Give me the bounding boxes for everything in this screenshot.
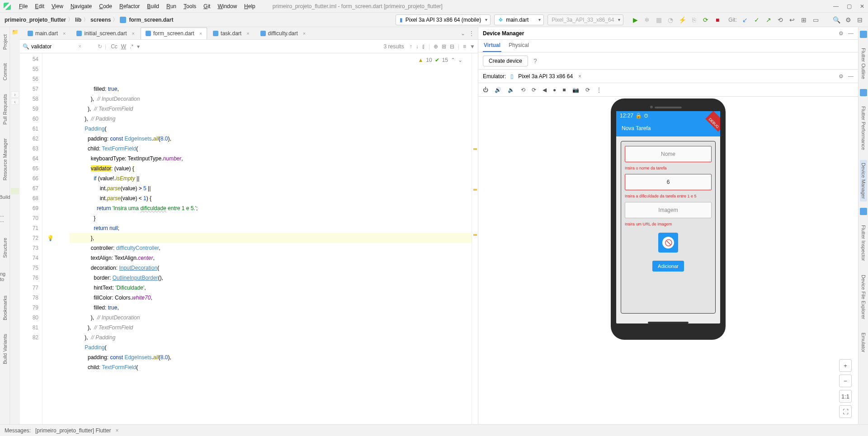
- close-tab-icon[interactable]: ×: [132, 31, 135, 36]
- maximize-icon[interactable]: ▢: [847, 3, 852, 9]
- power-icon[interactable]: ⏻: [483, 87, 488, 93]
- difficulty-field[interactable]: 6: [625, 174, 712, 190]
- sync-icon[interactable]: ⊟: [856, 16, 863, 23]
- search-input[interactable]: [31, 43, 76, 50]
- menu-tools[interactable]: Tools: [180, 2, 200, 10]
- run-icon[interactable]: ▶: [632, 16, 639, 23]
- add-selection-icon[interactable]: ⊕: [434, 43, 438, 50]
- menu-edit[interactable]: Edit: [31, 2, 48, 10]
- menu-git[interactable]: Git: [200, 2, 214, 10]
- messages-close-icon[interactable]: ×: [115, 427, 118, 434]
- attach-icon[interactable]: ⎘: [690, 16, 698, 23]
- create-device-button[interactable]: Create device: [483, 56, 528, 66]
- nav-pill[interactable]: [648, 322, 689, 323]
- volume-down-icon[interactable]: 🔉: [508, 87, 514, 93]
- tool-flutter-inspector[interactable]: Flutter Inspector: [861, 221, 866, 264]
- tab-virtual[interactable]: Virtual: [483, 40, 501, 52]
- panel-settings-icon[interactable]: ⚙: [839, 30, 844, 37]
- search-history-icon[interactable]: ↻: [98, 43, 102, 50]
- file-tab[interactable]: main.dart×: [23, 28, 71, 39]
- breadcrumb-folder[interactable]: screens: [90, 17, 111, 23]
- git-rollback-icon[interactable]: ↩: [788, 16, 796, 23]
- zoom-out-button[interactable]: −: [839, 375, 852, 387]
- prev-match-icon[interactable]: ↑: [410, 43, 412, 50]
- add-button[interactable]: Adicionar: [652, 261, 684, 272]
- file-tab[interactable]: initial_screen.dart×: [71, 28, 140, 39]
- code-content[interactable]: ▲10 ✔15 ⌃ ⌄ filled: true, ), // InputDec…: [70, 53, 472, 424]
- emulator-minimize-icon[interactable]: —: [848, 73, 854, 80]
- tool-commit[interactable]: Commit: [2, 60, 8, 84]
- phone-screen[interactable]: 12:27 🔒 ⊙ ▾▮ Nova Tarefa DEBUG Nome Insi…: [616, 111, 720, 323]
- toolbox-icon[interactable]: ⊞: [800, 16, 807, 23]
- run-config-dropdown[interactable]: ❖ main.dart: [494, 14, 544, 25]
- overview-icon[interactable]: ■: [562, 87, 566, 93]
- ok-count[interactable]: 15: [442, 55, 448, 65]
- close-tab-icon[interactable]: ×: [199, 31, 202, 36]
- breadcrumb-folder[interactable]: lib: [75, 17, 81, 23]
- tool-project[interactable]: Project: [2, 31, 8, 53]
- zoom-in-button[interactable]: +: [839, 359, 852, 372]
- annot-up-icon[interactable]: ⌃: [451, 55, 455, 65]
- tool-device-manager[interactable]: Device Manager: [861, 163, 866, 199]
- record-icon[interactable]: ⟳: [585, 87, 590, 93]
- tool-pull-requests[interactable]: Pull Requests: [2, 90, 8, 128]
- tab-physical[interactable]: Physical: [508, 40, 530, 52]
- menu-navigate[interactable]: Navigate: [67, 2, 95, 10]
- filter-icon[interactable]: ▼: [470, 43, 475, 50]
- remove-selection-icon[interactable]: ⊟: [450, 43, 454, 50]
- folder-icon[interactable]: 📁: [12, 29, 19, 35]
- close-tab-icon[interactable]: ×: [63, 31, 66, 36]
- back-icon[interactable]: ◀: [542, 87, 547, 93]
- volume-up-icon[interactable]: 🔊: [495, 87, 501, 93]
- close-tab-icon[interactable]: ×: [246, 31, 249, 36]
- settings-icon[interactable]: ⚙: [844, 16, 852, 23]
- more-options-icon[interactable]: ⋮: [596, 87, 602, 93]
- close-window-icon[interactable]: ✕: [860, 3, 864, 9]
- tool-emulator[interactable]: Emulator: [861, 329, 866, 356]
- tool-build[interactable]: Build: [0, 191, 10, 203]
- stop-icon[interactable]: ■: [714, 16, 721, 23]
- breadcrumb[interactable]: primeiro_projeto_flutter 〉 lib 〉 screens…: [5, 16, 173, 23]
- menu-code[interactable]: Code: [95, 2, 116, 10]
- zoom-fit-button[interactable]: ⛶: [839, 405, 852, 418]
- zoom-11-button[interactable]: 1:1: [839, 390, 852, 403]
- next-match-icon[interactable]: ↓: [416, 43, 419, 50]
- device-target-dropdown[interactable]: ▮ Pixel 3a API 33 x86 64 (mobile): [396, 14, 491, 25]
- file-tab[interactable]: difficulty.dart×: [255, 28, 311, 39]
- breadcrumb-file[interactable]: form_screen.dart: [129, 17, 173, 23]
- toggle-split-icon[interactable]: ⫿: [422, 43, 425, 50]
- screenshot-icon[interactable]: 📷: [572, 87, 579, 93]
- intention-bulb-icon[interactable]: 💡: [47, 233, 54, 243]
- messages-label[interactable]: Messages:: [5, 427, 31, 434]
- coverage-icon[interactable]: ▦: [655, 16, 662, 23]
- tool-structure[interactable]: Structure: [2, 234, 8, 262]
- panel-minimize-icon[interactable]: —: [848, 30, 854, 37]
- filter-dropdown-icon[interactable]: ▾: [137, 43, 140, 50]
- menu-help[interactable]: Help: [241, 2, 259, 10]
- hot-reload-icon[interactable]: ⚡: [679, 16, 686, 23]
- tool-flutter-outline[interactable]: Flutter Outline: [861, 44, 866, 83]
- rotate-right-icon[interactable]: ⟳: [532, 87, 536, 93]
- error-stripe[interactable]: [472, 53, 478, 424]
- tab-more-icon[interactable]: ⋮: [469, 30, 474, 37]
- code-editor[interactable]: 5455565758596061626364656667686970717273…: [20, 53, 478, 424]
- tool-resource-manager[interactable]: Resource Manager: [2, 135, 8, 184]
- search-everywhere-icon[interactable]: 🔍: [833, 16, 840, 23]
- menu-refactor[interactable]: Refactor: [116, 2, 143, 10]
- git-history-icon[interactable]: ⟲: [777, 16, 784, 23]
- file-tab[interactable]: task.dart×: [208, 28, 254, 39]
- clear-search-icon[interactable]: ×: [78, 43, 81, 50]
- git-update-icon[interactable]: ↙: [741, 16, 749, 23]
- tab-dropdown-icon[interactable]: ⌄: [461, 30, 465, 37]
- file-tab[interactable]: form_screen.dart×: [141, 28, 207, 39]
- avd-manager-icon[interactable]: ▭: [812, 16, 819, 23]
- close-tab-icon[interactable]: ×: [303, 31, 306, 36]
- rotate-left-icon[interactable]: ⟲: [521, 87, 525, 93]
- home-icon[interactable]: ●: [553, 87, 556, 93]
- tool-flutter-performance[interactable]: Flutter Performance: [861, 103, 866, 154]
- sort-icon[interactable]: ≡: [463, 43, 466, 50]
- avd-dropdown[interactable]: Pixel_3a_API_33_x86_64: [547, 14, 623, 25]
- emulator-settings-icon[interactable]: ⚙: [839, 73, 844, 80]
- git-push-icon[interactable]: ↗: [765, 16, 772, 23]
- menu-file[interactable]: File: [15, 2, 31, 10]
